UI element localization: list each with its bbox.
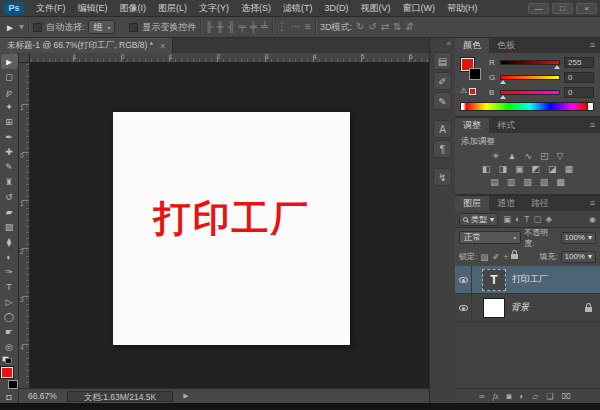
eyedropper-tool[interactable]: ✒ (1, 129, 18, 144)
exposure-icon[interactable]: ◰ (540, 151, 549, 162)
channel-r-value[interactable]: 255 (564, 57, 594, 68)
gradient-tool[interactable]: ▨ (1, 219, 18, 234)
filter-smart-objects-icon[interactable]: ◈ (545, 214, 552, 224)
type-tool[interactable]: T (1, 279, 18, 294)
align-left-icon[interactable]: ╟ (205, 22, 212, 32)
filter-pixel-layers-icon[interactable]: ▣ (503, 214, 511, 224)
tab-layers[interactable]: 图层 (455, 196, 489, 211)
menu-window[interactable]: 窗口(W) (397, 0, 442, 16)
path-selection-tool[interactable]: ▷ (1, 294, 18, 309)
status-arrow-icon[interactable]: ▶ (183, 392, 188, 400)
pen-tool[interactable]: ✑ (1, 264, 18, 279)
collapse-dock-button[interactable]: « (447, 38, 455, 50)
zoom-tool[interactable]: ◎ (1, 339, 18, 354)
quick-mask-button[interactable]: ◘ (1, 389, 18, 404)
visibility-cell[interactable] (455, 266, 472, 293)
show-transform-checkbox[interactable] (129, 23, 138, 32)
hue-saturation-icon[interactable]: ◧ (482, 164, 491, 175)
text-layer-thumbnail[interactable]: T (482, 269, 506, 291)
gamut-swatch[interactable] (469, 88, 476, 95)
menu-select[interactable]: 选择(S) (235, 0, 277, 16)
eraser-tool[interactable]: ▰ (1, 204, 18, 219)
3d-roll-icon[interactable]: ↺ (368, 22, 376, 32)
vibrance-icon[interactable]: ▽ (557, 151, 564, 162)
tab-color[interactable]: 颜色 (455, 38, 489, 53)
lock-all-icon[interactable] (511, 254, 518, 259)
shape-tool[interactable]: ◯ (1, 309, 18, 324)
zoom-level[interactable]: 66.67% (28, 391, 57, 401)
auto-select-dropdown[interactable]: 组 ▾ (88, 20, 115, 34)
delete-layer-icon[interactable]: ⌧ (562, 392, 571, 401)
tab-swatches[interactable]: 色板 (489, 38, 523, 53)
3d-rotate-icon[interactable]: ↻ (356, 22, 364, 32)
align-right-icon[interactable]: ╢ (228, 22, 235, 32)
marquee-tool[interactable]: ◻ (1, 69, 18, 84)
background-color-swatch[interactable] (8, 380, 18, 389)
channel-g-slider[interactable] (500, 75, 560, 80)
gradient-map-icon[interactable]: ▨ (540, 177, 549, 188)
healing-brush-tool[interactable]: ✚ (1, 144, 18, 159)
close-button[interactable]: × (576, 3, 597, 14)
tab-paths[interactable]: 路径 (523, 196, 557, 211)
properties-panel-icon[interactable]: ▤ (433, 52, 452, 70)
menu-layer[interactable]: 图层(L) (152, 0, 193, 16)
foreground-color-swatch[interactable] (1, 367, 13, 378)
3d-drag-icon[interactable]: ⇄ (381, 22, 389, 32)
new-layer-icon[interactable]: ❏ (546, 392, 553, 401)
lock-transparent-icon[interactable]: ▨ (480, 252, 488, 262)
auto-select-checkbox[interactable] (33, 23, 42, 32)
layer-name[interactable]: 打印工厂 (512, 273, 548, 286)
tab-styles[interactable]: 样式 (489, 118, 523, 133)
channel-mixer-icon[interactable]: ◪ (548, 164, 557, 175)
layer-row-text[interactable]: T 打印工厂 (455, 266, 600, 294)
distribute-v-icon[interactable]: ⋮ (277, 22, 287, 32)
selective-color-icon[interactable]: ▩ (556, 177, 565, 188)
default-colors-icon[interactable] (2, 356, 12, 364)
menu-3d[interactable]: 3D(D) (319, 0, 355, 16)
color-lookup-icon[interactable]: ▦ (565, 164, 574, 175)
panel-menu-icon[interactable]: ≡ (585, 118, 600, 133)
tab-close-icon[interactable]: × (160, 41, 165, 51)
visibility-cell[interactable] (455, 294, 472, 321)
adjustment-layer-icon[interactable]: ◐ (519, 392, 524, 401)
lock-position-icon[interactable]: + (503, 252, 508, 262)
pasteboard[interactable]: 打印工厂 (30, 63, 429, 388)
menu-image[interactable]: 图像(I) (114, 0, 153, 16)
3d-slide-icon[interactable]: ⇅ (393, 22, 401, 32)
filter-toggle-icon[interactable]: ◉ (589, 215, 596, 224)
3d-scale-icon[interactable]: ⇵ (405, 22, 413, 32)
menu-edit[interactable]: 编辑(E) (72, 0, 114, 16)
menu-file[interactable]: 文件(F) (30, 0, 72, 16)
blend-mode-dropdown[interactable]: 正常 ▾ (459, 231, 521, 244)
menu-help[interactable]: 帮助(H) (441, 0, 484, 16)
filter-shape-layers-icon[interactable]: ▢ (533, 214, 541, 224)
layer-row-background[interactable]: 背景 (455, 294, 600, 322)
history-brush-tool[interactable]: ↺ (1, 189, 18, 204)
clone-source-panel-icon[interactable]: ↯ (433, 168, 452, 186)
levels-icon[interactable]: ▲ (508, 151, 517, 162)
tab-adjustments[interactable]: 调整 (455, 118, 489, 133)
dodge-tool[interactable]: ◐ (1, 249, 18, 264)
minimize-button[interactable]: — (528, 3, 549, 14)
filter-adjustment-layers-icon[interactable]: ◐ (515, 214, 520, 224)
color-spectrum-ramp[interactable] (460, 102, 594, 111)
photo-filter-icon[interactable]: ◩ (532, 164, 541, 175)
clone-stamp-tool[interactable]: ♜ (1, 174, 18, 189)
channel-b-value[interactable]: 0 (564, 87, 594, 98)
brush-presets-panel-icon[interactable]: ✎ (433, 92, 452, 110)
filter-type-dropdown[interactable]: 类型 ▾ (459, 213, 498, 226)
background-layer-thumbnail[interactable] (483, 298, 505, 318)
panel-menu-icon[interactable]: ≡ (585, 196, 600, 211)
maximize-button[interactable]: □ (552, 3, 573, 14)
layer-style-icon[interactable]: fx (493, 392, 499, 401)
menu-view[interactable]: 视图(V) (355, 0, 397, 16)
channel-r-slider[interactable] (500, 60, 560, 65)
group-layers-icon[interactable]: ▱ (532, 392, 538, 401)
brush-panel-icon[interactable]: ✐ (433, 72, 452, 90)
gamut-warning-icon[interactable]: ⚠ (460, 87, 467, 95)
layer-mask-icon[interactable]: ◙ (506, 392, 511, 401)
threshold-icon[interactable]: ▧ (523, 177, 532, 188)
align-center-h-icon[interactable]: ╫ (217, 22, 224, 32)
layer-name[interactable]: 背景 (511, 301, 529, 314)
blur-tool[interactable]: ⧫ (1, 234, 18, 249)
